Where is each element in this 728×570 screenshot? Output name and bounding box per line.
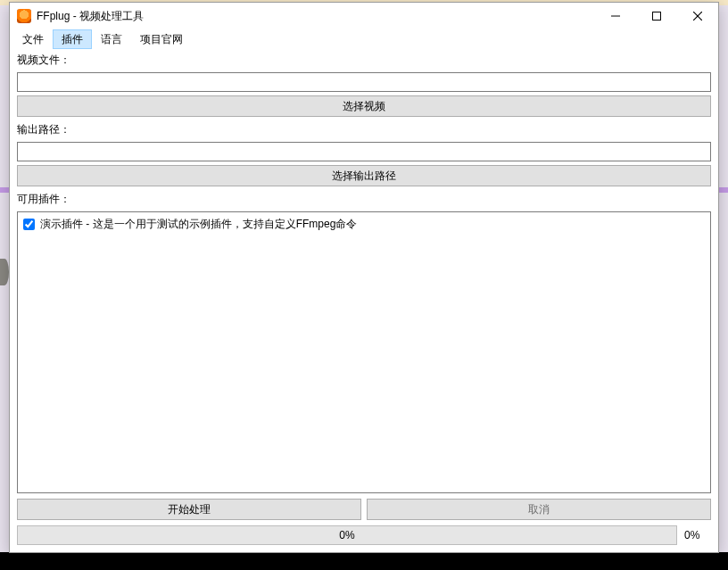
plugin-checkbox[interactable]	[23, 219, 35, 230]
progress-percent-label: 0%	[684, 529, 711, 541]
available-plugins-label: 可用插件：	[17, 190, 711, 208]
menu-file[interactable]: 文件	[13, 29, 53, 49]
select-output-button[interactable]: 选择输出路径	[17, 165, 711, 186]
maximize-button[interactable]	[636, 3, 677, 29]
app-window: FFplug - 视频处理工具 文件 插件 语言 项目官网 视频文件： 选择视频…	[9, 2, 719, 553]
maximize-icon	[652, 12, 661, 21]
menu-language[interactable]: 语言	[92, 29, 131, 49]
menu-plugins[interactable]: 插件	[53, 29, 92, 49]
svg-rect-1	[653, 12, 661, 21]
close-button[interactable]	[677, 3, 718, 29]
close-icon	[693, 12, 702, 21]
client-area: 视频文件： 选择视频 输出路径： 选择输出路径 可用插件： 演示插件 - 这是一…	[10, 49, 718, 552]
output-path-label: 输出路径：	[17, 120, 711, 138]
progress-bar: 0%	[17, 525, 677, 545]
progress-bar-text: 0%	[339, 529, 354, 541]
plugin-row[interactable]: 演示插件 - 这是一个用于测试的示例插件，支持自定义FFmpeg命令	[23, 216, 705, 233]
app-icon	[17, 9, 31, 23]
video-file-input[interactable]	[17, 72, 711, 92]
plugin-label: 演示插件 - 这是一个用于测试的示例插件，支持自定义FFmpeg命令	[40, 217, 357, 232]
menu-bar: 文件 插件 语言 项目官网	[10, 29, 718, 49]
progress-row: 0% 0%	[17, 525, 711, 545]
menu-website[interactable]: 项目官网	[131, 29, 192, 49]
cancel-button[interactable]: 取消	[367, 499, 711, 520]
title-bar[interactable]: FFplug - 视频处理工具	[10, 3, 718, 29]
start-button[interactable]: 开始处理	[17, 499, 361, 520]
plugin-list[interactable]: 演示插件 - 这是一个用于测试的示例插件，支持自定义FFmpeg命令	[17, 211, 711, 493]
select-video-button[interactable]: 选择视频	[17, 95, 711, 117]
video-file-label: 视频文件：	[17, 51, 711, 69]
minimize-icon	[611, 12, 620, 21]
action-row: 开始处理 取消	[17, 499, 711, 520]
window-title: FFplug - 视频处理工具	[37, 9, 144, 24]
minimize-button[interactable]	[595, 3, 636, 29]
output-path-input[interactable]	[17, 142, 711, 161]
